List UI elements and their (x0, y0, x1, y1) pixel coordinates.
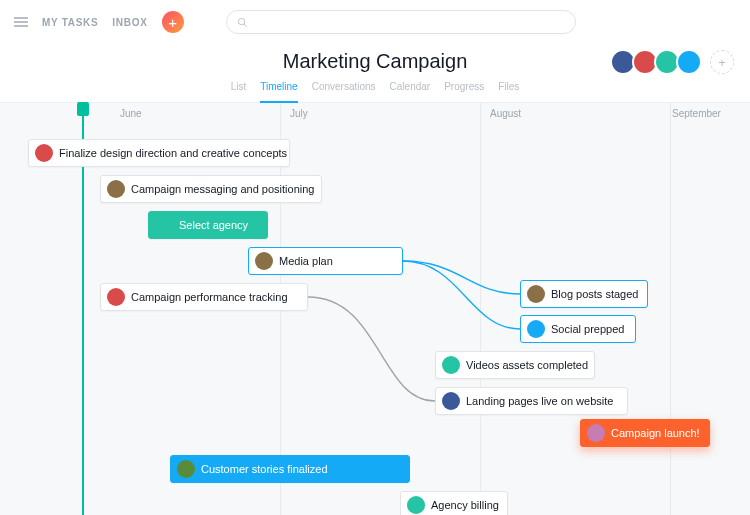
task-bar[interactable]: Finalize design direction and creative c… (28, 139, 290, 167)
task-label: Videos assets completed (466, 359, 588, 371)
task-label: Media plan (279, 255, 333, 267)
assignee-avatar (107, 180, 125, 198)
search-icon (237, 17, 248, 28)
task-bar[interactable]: Landing pages live on website (435, 387, 628, 415)
task-bar[interactable]: Blog posts staged (520, 280, 648, 308)
task-label: Customer stories finalized (201, 463, 328, 475)
project-members: + (618, 49, 734, 75)
menu-icon[interactable] (14, 17, 28, 27)
task-label: Select agency (179, 219, 248, 231)
task-bar[interactable]: Campaign messaging and positioning (100, 175, 322, 203)
task-label: Social prepped (551, 323, 624, 335)
assignee-avatar (407, 496, 425, 514)
tab-bar: ListTimelineConversationsCalendarProgres… (0, 81, 750, 103)
task-bar[interactable]: Social prepped (520, 315, 636, 343)
assignee-avatar (35, 144, 53, 162)
tab-progress[interactable]: Progress (444, 81, 484, 96)
nav-my-tasks[interactable]: MY TASKS (42, 17, 98, 28)
add-button[interactable]: + (162, 11, 184, 33)
task-bar[interactable]: Videos assets completed (435, 351, 595, 379)
member-avatar[interactable] (676, 49, 702, 75)
nav-inbox[interactable]: INBOX (112, 17, 147, 28)
assignee-avatar (527, 285, 545, 303)
task-label: Finalize design direction and creative c… (59, 147, 287, 159)
assignee-avatar (527, 320, 545, 338)
tab-conversations[interactable]: Conversations (312, 81, 376, 96)
tab-calendar[interactable]: Calendar (390, 81, 431, 96)
tab-list[interactable]: List (231, 81, 247, 96)
task-label: Campaign messaging and positioning (131, 183, 314, 195)
tab-files[interactable]: Files (498, 81, 519, 96)
task-bar[interactable]: Campaign launch! (580, 419, 710, 447)
task-bar[interactable]: Customer stories finalized (170, 455, 410, 483)
task-label: Blog posts staged (551, 288, 638, 300)
assignee-avatar (587, 424, 605, 442)
add-member-button[interactable]: + (710, 50, 734, 74)
task-label: Landing pages live on website (466, 395, 613, 407)
task-bar[interactable]: Campaign performance tracking (100, 283, 308, 311)
task-label: Campaign launch! (611, 427, 700, 439)
assignee-avatar (155, 216, 173, 234)
svg-line-1 (243, 23, 246, 26)
assignee-avatar (107, 288, 125, 306)
task-label: Agency billing (431, 499, 499, 511)
task-bar[interactable]: Media plan (248, 247, 403, 275)
task-bar[interactable]: Select agency (148, 211, 268, 239)
task-bar[interactable]: Agency billing (400, 491, 508, 515)
task-label: Campaign performance tracking (131, 291, 288, 303)
tab-timeline[interactable]: Timeline (260, 81, 297, 103)
assignee-avatar (177, 460, 195, 478)
assignee-avatar (442, 356, 460, 374)
svg-point-0 (238, 18, 244, 24)
timeline-view[interactable]: JuneJulyAugustSeptember Finalize design … (0, 103, 750, 515)
assignee-avatar (255, 252, 273, 270)
search-input[interactable] (226, 10, 576, 34)
assignee-avatar (442, 392, 460, 410)
